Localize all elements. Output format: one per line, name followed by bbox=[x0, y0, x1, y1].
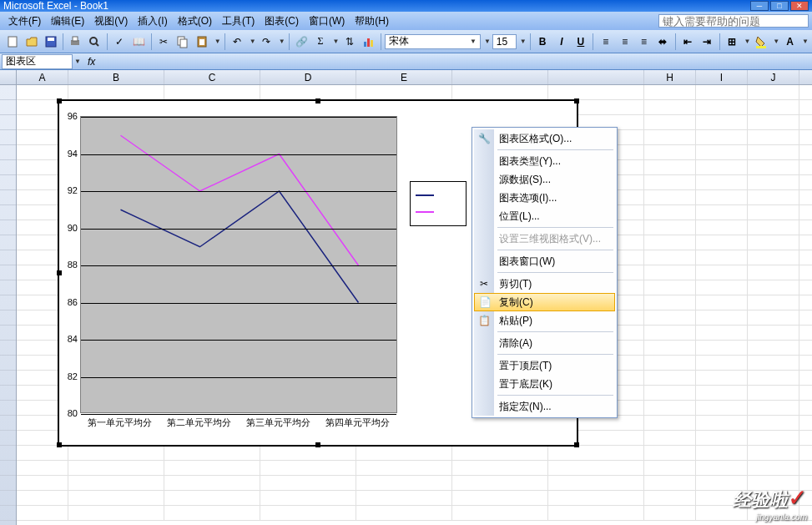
row-header[interactable] bbox=[0, 431, 16, 446]
plot-area[interactable] bbox=[80, 116, 397, 413]
row-header[interactable] bbox=[0, 491, 16, 506]
row-header[interactable] bbox=[0, 446, 16, 461]
menu-tools[interactable]: 工具(T) bbox=[217, 13, 260, 30]
open-button[interactable] bbox=[23, 33, 40, 51]
align-right-button[interactable]: ≡ bbox=[635, 33, 653, 51]
print-button[interactable] bbox=[67, 33, 84, 51]
minimize-button[interactable]: ─ bbox=[750, 1, 769, 11]
row-header[interactable] bbox=[0, 100, 16, 115]
column-header[interactable] bbox=[548, 70, 644, 84]
hyperlink-button[interactable]: 🔗 bbox=[293, 33, 310, 51]
context-menu-item[interactable]: 📄复制(C) bbox=[474, 293, 615, 311]
dropdown-arrow-icon[interactable]: ▼ bbox=[802, 38, 809, 45]
align-center-button[interactable]: ≡ bbox=[616, 33, 633, 51]
row-header[interactable] bbox=[0, 341, 16, 356]
dropdown-arrow-icon[interactable]: ▼ bbox=[250, 38, 256, 45]
column-header[interactable]: I bbox=[696, 70, 748, 84]
menu-format[interactable]: 格式(O) bbox=[173, 13, 217, 30]
cut-button[interactable]: ✂ bbox=[155, 33, 173, 51]
undo-button[interactable]: ↶ bbox=[229, 33, 246, 51]
column-header[interactable]: D bbox=[260, 70, 356, 84]
maximize-button[interactable]: □ bbox=[770, 1, 789, 11]
resize-handle[interactable] bbox=[57, 98, 62, 103]
row-header[interactable] bbox=[0, 175, 16, 190]
row-header[interactable] bbox=[0, 386, 16, 401]
context-menu-item[interactable]: 图表选项(I)... bbox=[474, 189, 615, 207]
chart-wizard-button[interactable] bbox=[360, 33, 377, 51]
row-header[interactable] bbox=[0, 205, 16, 220]
context-menu-item[interactable]: 置于底层(K) bbox=[474, 375, 615, 393]
column-header[interactable]: B bbox=[68, 70, 164, 84]
row-header[interactable] bbox=[0, 130, 16, 145]
menu-insert[interactable]: 插入(I) bbox=[133, 13, 172, 30]
context-menu-item[interactable]: ✂剪切(T) bbox=[474, 275, 615, 293]
sort-button[interactable]: ⇅ bbox=[340, 33, 358, 51]
row-header[interactable] bbox=[0, 476, 16, 491]
save-button[interactable] bbox=[42, 33, 59, 51]
row-header[interactable] bbox=[0, 265, 16, 280]
row-header[interactable] bbox=[0, 401, 16, 416]
row-header[interactable] bbox=[0, 160, 16, 175]
context-menu-item[interactable]: 图表窗口(W) bbox=[474, 252, 615, 270]
fill-color-button[interactable] bbox=[752, 33, 769, 51]
column-header[interactable]: A bbox=[17, 70, 68, 84]
spellcheck-button[interactable]: ✓ bbox=[111, 33, 129, 51]
row-header[interactable] bbox=[0, 115, 16, 130]
dropdown-arrow-icon[interactable]: ▼ bbox=[744, 38, 750, 45]
dropdown-arrow-icon[interactable]: ▼ bbox=[520, 38, 527, 45]
resize-handle[interactable] bbox=[57, 442, 62, 447]
row-header[interactable] bbox=[0, 506, 16, 521]
italic-button[interactable]: I bbox=[553, 33, 571, 51]
menu-help[interactable]: 帮助(H) bbox=[350, 13, 394, 30]
underline-button[interactable]: U bbox=[572, 33, 589, 51]
font-size-select[interactable]: 15 bbox=[492, 34, 517, 49]
context-menu-item[interactable]: 📋粘贴(P) bbox=[474, 311, 615, 330]
sum-button[interactable]: Σ bbox=[312, 33, 330, 51]
indent-decrease-button[interactable]: ⇤ bbox=[679, 33, 697, 51]
close-button[interactable]: ✕ bbox=[790, 1, 809, 11]
resize-handle[interactable] bbox=[574, 442, 579, 447]
row-header[interactable] bbox=[0, 145, 16, 160]
redo-button[interactable]: ↷ bbox=[258, 33, 275, 51]
dropdown-arrow-icon[interactable]: ▼ bbox=[484, 38, 491, 45]
align-left-button[interactable]: ≡ bbox=[597, 33, 614, 51]
context-menu-item[interactable]: 图表类型(Y)... bbox=[474, 152, 615, 170]
dropdown-arrow-icon[interactable]: ▼ bbox=[773, 38, 779, 45]
column-header[interactable] bbox=[452, 70, 548, 84]
new-button[interactable] bbox=[3, 33, 21, 51]
help-search-input[interactable] bbox=[658, 14, 809, 28]
row-header[interactable] bbox=[0, 220, 16, 235]
resize-handle[interactable] bbox=[315, 442, 320, 447]
row-header[interactable] bbox=[0, 310, 16, 326]
menu-edit[interactable]: 编辑(E) bbox=[46, 13, 89, 30]
row-header[interactable] bbox=[0, 250, 16, 265]
context-menu-item[interactable]: 🔧图表区格式(O)... bbox=[474, 129, 615, 148]
row-header[interactable] bbox=[0, 461, 16, 476]
menu-chart[interactable]: 图表(C) bbox=[260, 13, 304, 30]
font-name-select[interactable]: 宋体▼ bbox=[385, 34, 480, 49]
dropdown-arrow-icon[interactable]: ▼ bbox=[279, 38, 285, 45]
paste-button[interactable] bbox=[194, 33, 211, 51]
row-header[interactable] bbox=[0, 371, 16, 386]
context-menu-item[interactable]: 清除(A) bbox=[474, 334, 615, 352]
dropdown-arrow-icon[interactable]: ▼ bbox=[214, 38, 221, 45]
row-header[interactable] bbox=[0, 235, 16, 250]
resize-handle[interactable] bbox=[315, 98, 320, 103]
fx-label[interactable]: fx bbox=[88, 56, 95, 68]
menu-file[interactable]: 文件(F) bbox=[3, 13, 46, 30]
column-header[interactable]: C bbox=[164, 70, 260, 84]
context-menu-item[interactable]: 源数据(S)... bbox=[474, 170, 615, 189]
indent-increase-button[interactable]: ⇥ bbox=[699, 33, 716, 51]
menu-view[interactable]: 视图(V) bbox=[89, 13, 133, 30]
dropdown-arrow-icon[interactable]: ▼ bbox=[333, 38, 340, 45]
context-menu-item[interactable]: 指定宏(N)... bbox=[474, 397, 615, 416]
row-header[interactable] bbox=[0, 356, 16, 371]
chart-legend[interactable] bbox=[410, 181, 467, 226]
column-header[interactable]: H bbox=[644, 70, 696, 84]
row-header[interactable] bbox=[0, 326, 16, 341]
borders-button[interactable]: ⊞ bbox=[724, 33, 741, 51]
dropdown-arrow-icon[interactable]: ▼ bbox=[74, 58, 81, 65]
font-color-button[interactable]: A bbox=[781, 33, 799, 51]
preview-button[interactable] bbox=[86, 33, 103, 51]
row-header[interactable] bbox=[0, 85, 16, 100]
